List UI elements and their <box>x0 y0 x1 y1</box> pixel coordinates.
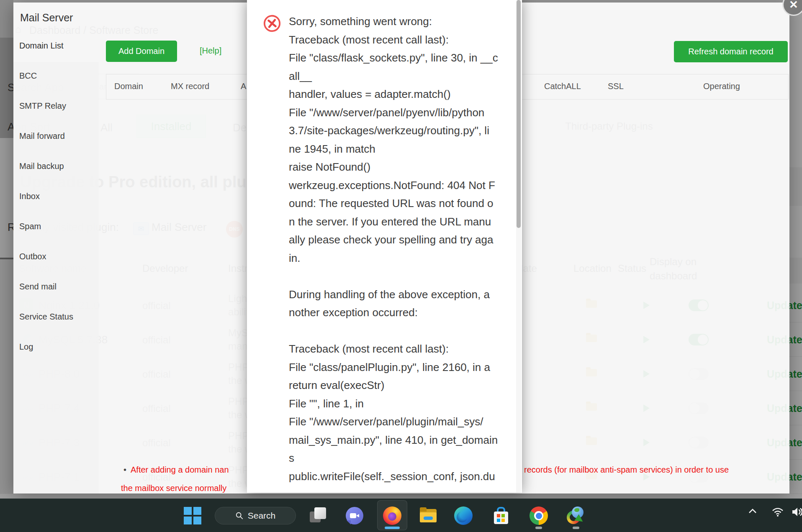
task-view-button[interactable] <box>309 506 327 525</box>
store-button[interactable] <box>492 506 510 525</box>
search-icon <box>235 512 244 520</box>
chat-button[interactable] <box>345 506 364 525</box>
file-explorer-button[interactable] <box>419 506 437 525</box>
tray-chevron-up-button[interactable] <box>745 504 760 519</box>
volume-icon <box>789 504 802 519</box>
chevron-up-icon <box>745 504 760 519</box>
taskbar-layer: Search <box>0 0 802 532</box>
taskbar-search[interactable]: Search <box>215 507 296 524</box>
idm-button[interactable] <box>567 506 585 525</box>
wifi-icon <box>770 504 785 519</box>
start-button[interactable] <box>184 506 202 525</box>
windows-logo-icon <box>184 506 202 524</box>
firefox-button[interactable] <box>383 506 401 525</box>
search-label: Search <box>248 511 276 521</box>
chrome-button[interactable] <box>530 506 548 525</box>
chrome-running-indicator <box>535 527 542 529</box>
firefox-running-indicator <box>385 527 400 529</box>
idm-running-indicator <box>573 527 579 529</box>
edge-button[interactable] <box>454 506 473 525</box>
screen: ⌂ Dashboard / Software Store Search App … <box>0 0 802 532</box>
tray-volume-button[interactable] <box>789 504 802 519</box>
tray-wifi-button[interactable] <box>770 504 785 519</box>
